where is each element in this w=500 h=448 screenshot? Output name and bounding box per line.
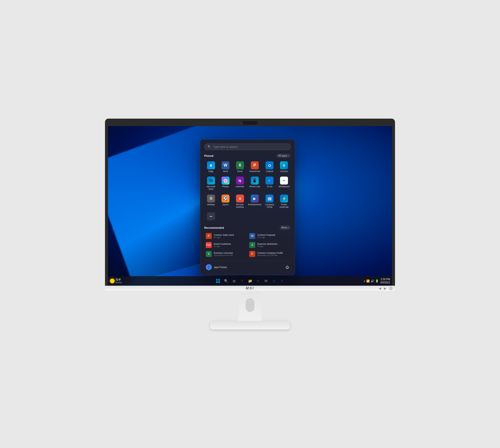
todo-label: To Do [267, 185, 272, 188]
settings-label: Settings [207, 203, 215, 206]
app-excel[interactable]: X Excel [233, 160, 247, 174]
sports-icon: ⚽ [222, 195, 230, 203]
search-bar[interactable]: 🔍 Type here to search [204, 144, 291, 150]
word-icon: W [222, 161, 230, 169]
app-phonelink[interactable]: 📱 Phone Link [248, 175, 262, 192]
more-button[interactable]: More › [280, 225, 291, 230]
monitor-assembly: 🔍 Type here to search Pinned All apps › [105, 119, 395, 329]
app-settings[interactable]: ⚙ Settings [204, 193, 218, 210]
taskbar-teams2-button[interactable]: T [278, 277, 286, 285]
rec-item-business-overview[interactable]: X Business Overview Yesterday at 4:24 PM [204, 250, 247, 258]
app-word[interactable]: W Word [219, 160, 232, 174]
excel-label: Excel [237, 170, 242, 173]
app-whiteboard[interactable]: ✏ Whiteboard [277, 175, 291, 192]
webcam-bar [108, 121, 392, 125]
store-icon: 🛍 [207, 177, 215, 185]
app-outlook[interactable]: O Outlook [263, 160, 276, 174]
power-button[interactable]: ⏻ [284, 264, 291, 271]
start-button[interactable] [214, 277, 222, 285]
app-companyportal[interactable]: 🏢 Company Portal [263, 193, 276, 210]
taskbar-edge-button[interactable]: e [254, 277, 262, 285]
taskbar-edge-icon: e [257, 279, 259, 283]
stand-base [210, 321, 290, 329]
onenote-icon: N [236, 177, 244, 185]
app-entertainment[interactable]: ▶ Entertainment [248, 193, 262, 210]
rec-item-contoso-proposal[interactable]: W Contoso Proposal 17m ago [248, 232, 291, 240]
rec-expense-worksheet-icon: X [249, 242, 255, 248]
chevron-up-icon: ∧ [364, 280, 365, 282]
app-powerautomate[interactable]: ⚡ Power Automate [277, 193, 291, 210]
rec-contoso-proposal-time: 17m ago [257, 236, 275, 238]
powerautomate-icon: ⚡ [280, 195, 288, 203]
taskbar-search-button[interactable]: 🔍 [222, 277, 230, 285]
clock-time: 2:30 PM [380, 278, 390, 281]
powerpoint-icon: P [251, 161, 259, 169]
more-dots-icon: ••• [207, 212, 215, 220]
app-photos[interactable]: 🌸 Photos [219, 175, 232, 192]
rec-contoso-proposal-name: Contoso Proposal [257, 234, 275, 236]
taskbar-taskview-button[interactable]: ⊞ [230, 277, 238, 285]
search-icon: 🔍 [208, 145, 211, 149]
taskbar-teams-button[interactable]: T [238, 277, 246, 285]
stand-neck [235, 291, 265, 321]
rec-business-overview-name: Business Overview [214, 252, 233, 254]
monitor-bottom-wrap: MSI ◀ ▶ ⏻ [105, 286, 395, 291]
app-more-dots[interactable]: ••• [204, 211, 218, 223]
sports-label: Sports [222, 203, 228, 206]
contoso-icon: S [280, 161, 288, 169]
taskbar-outlook-icon: O [273, 279, 275, 283]
pinned-grid: e Edge W Word [204, 160, 291, 223]
rec-item-contoso-company[interactable]: P Contoso Company Profile Yesterday at 1… [248, 250, 291, 258]
search-input[interactable]: Type here to search [213, 145, 288, 148]
onenote-label: OneNote [236, 185, 244, 188]
nav-left-icon[interactable]: ◀ [379, 286, 381, 290]
taskbar-outlook-button[interactable]: O [270, 277, 278, 285]
app-powerpoint[interactable]: P PowerPoint [248, 160, 262, 174]
teams2-icon: T [281, 279, 283, 283]
nav-power-icon[interactable]: ⏻ [389, 286, 392, 290]
app-contoso[interactable]: S Contoso [277, 160, 291, 174]
companyportal-label: Company Portal [263, 203, 276, 208]
app-onenote[interactable]: N OneNote [233, 175, 247, 192]
system-tray[interactable]: ∧ 📶 🔊 🔋 [364, 279, 379, 283]
weather-widget[interactable]: 71°F Sunny [110, 278, 122, 284]
all-apps-button[interactable]: All apps › [276, 154, 291, 158]
rec-item-expense-worksheet[interactable]: X Expense Worksheet 4h ago [248, 241, 291, 249]
app-sports[interactable]: ⚽ Sports [219, 193, 232, 210]
edge-label: Edge [208, 170, 214, 173]
app-todo[interactable]: ✓ To Do [263, 175, 276, 192]
photos-icon: 🌸 [222, 177, 230, 185]
pinned-label: Pinned [204, 154, 214, 157]
taskbar-left: 71°F Sunny [110, 278, 122, 284]
whiteboard-icon: ✏ [280, 177, 288, 185]
remotedesktop-label: Remote Desktop [234, 203, 246, 208]
recommended-grid: P Contoso Sales Deck 8m ago W [204, 232, 291, 258]
taskbar-explorer-button[interactable]: 📁 [246, 277, 254, 285]
clock-date: 4/5/2022 [380, 281, 390, 284]
recommended-label: Recommended [204, 226, 224, 229]
clock[interactable]: 2:30 PM 4/5/2022 [380, 278, 390, 284]
rec-item-brand-guidelines[interactable]: PDF Brand Guidelines 2h ago [204, 241, 247, 249]
app-edge[interactable]: e Edge [204, 160, 218, 174]
taskbar-mail-button[interactable]: ✉ [262, 277, 270, 285]
monitor-frame: 🔍 Type here to search Pinned All apps › [105, 119, 395, 286]
rec-item-contoso-sales[interactable]: P Contoso Sales Deck 8m ago [204, 232, 247, 240]
user-avatar: 👤 [206, 264, 212, 270]
app-msstore[interactable]: 🛍 Microsoft Store [204, 175, 218, 192]
msi-logo: MSI [246, 286, 254, 290]
weather-sun-icon [110, 279, 114, 283]
nav-right-icon[interactable]: ▶ [384, 286, 386, 290]
user-info[interactable]: 👤 Jack Purton [204, 263, 228, 271]
rec-brand-guidelines-icon: PDF [206, 242, 212, 248]
weather-temp: 71°F [116, 278, 122, 281]
settings-icon: ⚙ [207, 195, 215, 203]
entertainment-icon: ▶ [251, 195, 259, 203]
teams-icon: T [241, 279, 243, 283]
start-bottom: 👤 Jack Purton ⏻ [204, 261, 291, 271]
app-remotedesktop[interactable]: 🖥 Remote Desktop [233, 193, 247, 210]
outlook-label: Outlook [266, 170, 273, 173]
rec-contoso-sales-time: 8m ago [214, 236, 234, 238]
pinned-section: Pinned All apps › e [204, 154, 291, 223]
user-name: Jack Purton [214, 266, 227, 269]
entertainment-label: Entertainment [248, 203, 261, 206]
